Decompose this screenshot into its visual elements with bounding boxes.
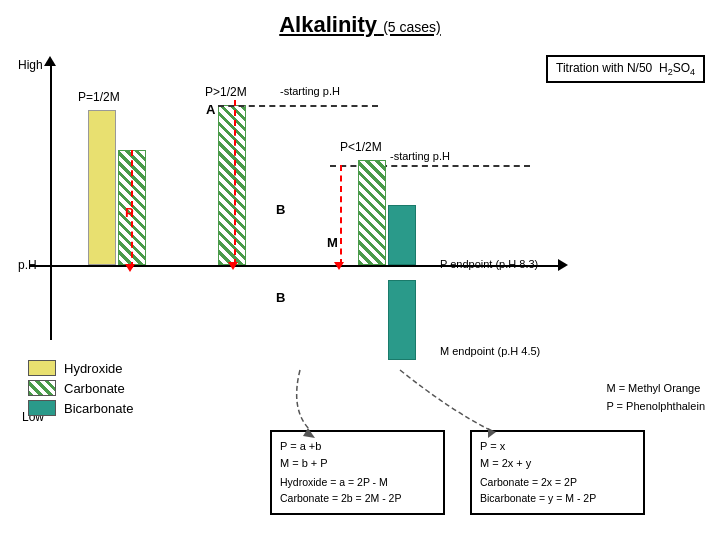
box-left-line4: Carbonate = 2b = 2M - 2P bbox=[280, 491, 435, 507]
legend-label-hydroxide: Hydroxide bbox=[64, 361, 123, 376]
bar-carbonate-pg12m bbox=[218, 105, 246, 265]
label-pl12m: P<1/2M bbox=[340, 140, 382, 154]
bar-bicarbonate-pl12m-x bbox=[388, 205, 416, 265]
bar-hydroxide-p12m bbox=[88, 110, 116, 265]
box-right-line4: Bicarbonate = y = M - 2P bbox=[480, 491, 635, 507]
arrow-down-p bbox=[125, 264, 135, 272]
page-title: Alkalinity (5 cases) bbox=[0, 0, 720, 38]
box-right-line2: M = 2x + y bbox=[480, 455, 635, 472]
text-box-right: P = x M = 2x + y Carbonate = 2x = 2P Bic… bbox=[470, 430, 645, 515]
box-left-line3: Hydroxide = a = 2P - M bbox=[280, 475, 435, 491]
label-starting-ph-1: -starting p.H bbox=[280, 85, 340, 97]
label-high: High bbox=[18, 58, 43, 72]
dashed-p12m bbox=[131, 150, 133, 268]
label-p-half: P=1/2M bbox=[78, 90, 120, 104]
text-box-left: P = a +b M = b + P Hydroxide = a = 2P - … bbox=[270, 430, 445, 515]
arrow-down-m bbox=[334, 262, 344, 270]
legend-bicarbonate: Bicarbonate bbox=[28, 400, 133, 416]
x-axis-arrow-icon bbox=[558, 259, 568, 271]
subtitle-text: (5 cases) bbox=[383, 19, 441, 35]
m-note: M = Methyl Orange bbox=[606, 380, 705, 398]
titration-text: Titration with N/50 H2SO4 bbox=[556, 61, 695, 75]
legend-label-bicarbonate: Bicarbonate bbox=[64, 401, 133, 416]
label-ph: p.H bbox=[18, 258, 37, 272]
y-axis bbox=[50, 60, 52, 340]
y-axis-arrow bbox=[44, 56, 56, 66]
bar-bicarbonate-pl12m-y bbox=[388, 280, 416, 360]
label-a: A bbox=[206, 102, 215, 117]
arrow-down-pg12m bbox=[228, 262, 238, 270]
dashed-pg12m bbox=[234, 100, 236, 265]
label-b-lower: B bbox=[276, 290, 285, 305]
p-endpoint-label: P endpoint (p.H 8.3) bbox=[440, 258, 538, 270]
box-left-line1: P = a +b bbox=[280, 438, 435, 455]
legend-swatch-bicarbonate bbox=[28, 400, 56, 416]
box-left-line2: M = b + P bbox=[280, 455, 435, 472]
label-b-upper: B bbox=[276, 202, 285, 217]
box-right-line1: P = x bbox=[480, 438, 635, 455]
legend-carbonate: Carbonate bbox=[28, 380, 133, 396]
legend-swatch-hydroxide bbox=[28, 360, 56, 376]
legend-hydroxide: Hydroxide bbox=[28, 360, 133, 376]
legend-swatch-carbonate bbox=[28, 380, 56, 396]
box-right-line3: Carbonate = 2x = 2P bbox=[480, 475, 635, 491]
titration-box: Titration with N/50 H2SO4 bbox=[546, 55, 705, 83]
label-starting-ph-2: -starting p.H bbox=[390, 150, 450, 162]
label-m: M bbox=[327, 235, 338, 250]
legend: Hydroxide Carbonate Bicarbonate bbox=[28, 360, 133, 420]
dashed-starting-1 bbox=[218, 105, 378, 107]
title-text: Alkalinity bbox=[279, 12, 377, 37]
endpoint-note: M = Methyl Orange P = Phenolphthalein bbox=[606, 380, 705, 415]
bar-carbonate-pl12m bbox=[358, 160, 386, 265]
p-note: P = Phenolphthalein bbox=[606, 398, 705, 416]
legend-label-carbonate: Carbonate bbox=[64, 381, 125, 396]
m-endpoint-label: M endpoint (p.H 4.5) bbox=[440, 345, 540, 357]
label-pg12m: P>1/2M bbox=[205, 85, 247, 99]
dashed-m bbox=[340, 165, 342, 265]
